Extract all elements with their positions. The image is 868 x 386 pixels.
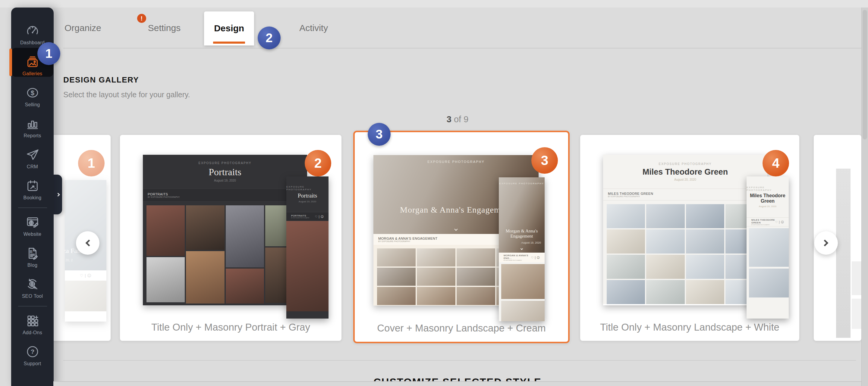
- design-preview-desktop: EXPOSURE PHOTOGRAPHYPortraitsAugust 19, …: [143, 155, 307, 305]
- preview-studio-name: EXPOSURE PHOTOGRAPHY: [659, 162, 712, 166]
- carousel-pager: 3 of 9: [54, 114, 861, 125]
- photo-thumbnail: [457, 248, 495, 267]
- icon-separator: |: [779, 220, 780, 224]
- preview-header: EXPOSURE PHOTOGRAPHYMiles Theodore Green…: [747, 176, 789, 217]
- sidebar-collapse-handle[interactable]: [54, 175, 62, 214]
- tab-settings[interactable]: Settings!: [148, 23, 181, 33]
- window-top-strip: [0, 0, 868, 7]
- chevron-down-icon: [499, 245, 545, 251]
- preview-bar-byline: BY EXPOSURE PHOTOGRAPHY: [291, 217, 310, 219]
- tab-design[interactable]: Design: [204, 11, 254, 45]
- preview-gallery-date: August 19, 2020: [299, 200, 316, 203]
- pager-separator: of: [454, 114, 461, 124]
- browser-globe-icon: [26, 215, 39, 229]
- photo-thumbnail: [686, 255, 724, 279]
- sidebar-item-crm[interactable]: CRM: [11, 143, 54, 174]
- photo-thumbnail: [686, 280, 724, 304]
- sidebar-item-label: CRM: [27, 164, 38, 170]
- preview-gallery-title: Miles Theodore Green: [747, 193, 789, 204]
- sidebar-item-seo-tool[interactable]: SEO Tool: [11, 273, 54, 304]
- photo-column: [607, 204, 645, 301]
- preview-bar-byline: BY EXPOSURE PHOTOGRAPHY: [148, 196, 180, 198]
- preview-gallery-date: August 19, 2020: [499, 241, 545, 244]
- photo-column: [186, 205, 224, 302]
- gallery-tabs: OrganizeSettings!DesignActivity: [54, 7, 861, 48]
- preview-bar-text: PORTRAITSBY EXPOSURE PHOTOGRAPHY: [148, 192, 180, 198]
- preview-bar-title: PORTRAITS: [291, 214, 310, 217]
- sidebar-item-label: Galleries: [23, 71, 42, 76]
- design-preview-mobile: EXPOSURE PHOTOGRAPHYMiles Theodore Green…: [747, 176, 789, 319]
- preview-bar-text: MILES THEODORE GREENBY EXPOSURE PHOTOGRA…: [751, 219, 775, 225]
- preview-bar-byline: BY EXPOSURE PHOTOGRAPHY: [504, 259, 531, 261]
- sidebar-active-indicator: [9, 48, 12, 76]
- sidebar-item-blog[interactable]: BBlog: [11, 242, 54, 273]
- preview-bar-title: PORTRAITS: [148, 192, 180, 196]
- paper-plane-icon: [26, 148, 39, 162]
- sidebar-item-add-ons[interactable]: Add-Ons: [11, 309, 54, 340]
- tab-activity[interactable]: Activity: [299, 23, 328, 33]
- photo-thumbnail: [686, 230, 724, 253]
- tab-label: Design: [214, 23, 244, 33]
- sidebar-item-reports[interactable]: Reports: [11, 112, 54, 143]
- svg-text:?: ?: [30, 348, 34, 355]
- sidebar-item-website[interactable]: Website: [11, 210, 54, 242]
- preview-photo-grid: [603, 201, 767, 304]
- sidebar-item-label: Selling: [25, 102, 40, 107]
- icon-separator: |: [535, 256, 535, 259]
- card-number-badge: 3: [531, 147, 558, 174]
- sidebar-divider: [18, 306, 47, 307]
- preview-bar-text: PORTRAITSBY EXPOSURE PHOTOGRAPHY: [291, 214, 310, 219]
- preview-header: EXPOSURE PHOTOGRAPHYPortraitsAugust 19, …: [143, 155, 307, 188]
- style-card-label: Title Only + Masonry Landscape + White: [580, 322, 799, 333]
- preview-gallery-date: August 20, 2020: [674, 178, 696, 181]
- sidebar-item-label: Add-Ons: [23, 330, 42, 336]
- faded-preview-strip: [836, 169, 850, 338]
- grid-plus-icon: [26, 314, 39, 327]
- photo-thumbnail: [186, 205, 224, 250]
- preview-title-bar: PORTRAITSBY EXPOSURE PHOTOGRAPHY♡ | ☺: [286, 212, 329, 221]
- style-card-3[interactable]: 3EXPOSURE PHOTOGRAPHYMorgan & Anna's Eng…: [353, 131, 569, 343]
- tutorial-step-badge-3: 3: [368, 123, 391, 146]
- sidebar-item-support[interactable]: ?Support: [11, 340, 54, 371]
- style-card-label: Cover + Masonry Landscape + Cream: [355, 322, 568, 334]
- preview-title-bar: MILES THEODORE GREENBY EXPOSURE PHOTOGRA…: [603, 188, 767, 201]
- page-scrollbar[interactable]: [861, 7, 868, 386]
- photo-thumbnail: [501, 264, 545, 299]
- scrollbar-thumb[interactable]: [863, 10, 867, 139]
- photo-thumbnail: [607, 280, 645, 304]
- preview-bar-byline: BY EXPOSURE PHOTOGRAPHY: [751, 224, 775, 225]
- sidebar-item-booking[interactable]: Booking: [11, 174, 54, 205]
- tab-organize[interactable]: Organize: [64, 23, 101, 33]
- preview-bar-text: MORGAN & ANNA'S ENG...BY EXPOSURE PHOTOG…: [504, 254, 531, 261]
- preview-bar-title: MILES THEODORE GREEN: [608, 192, 653, 196]
- tutorial-step-badge-2: 2: [258, 27, 281, 49]
- photo-thumbnail: [377, 248, 415, 267]
- preview-title-bar: MORGAN & ANNA'S ENG...BY EXPOSURE PHOTOG…: [499, 253, 545, 262]
- sidebar-divider: [18, 207, 47, 208]
- svg-text:$: $: [30, 89, 34, 97]
- photo-thumbnail: [607, 204, 645, 228]
- sidebar-item-label: Blog: [27, 262, 37, 268]
- photo-thumbnail: [147, 257, 185, 302]
- photo-thumbnail: [646, 280, 684, 304]
- bar-chart-icon: [26, 117, 39, 131]
- active-tab-underline: [213, 41, 245, 44]
- bottom-panel-edge: [53, 381, 861, 386]
- heart-icon: ♡: [315, 215, 318, 218]
- carousel-next-button[interactable]: [814, 231, 838, 255]
- photo-thumbnail: [607, 255, 645, 279]
- photo-column: [457, 248, 495, 302]
- photo-thumbnail: [186, 251, 224, 304]
- style-card-4[interactable]: 4EXPOSURE PHOTOGRAPHYMiles Theodore Gree…: [580, 135, 799, 341]
- pager-total: 9: [464, 114, 468, 124]
- blog-page-icon: B: [26, 246, 39, 260]
- style-card-2[interactable]: 2EXPOSURE PHOTOGRAPHYPortraitsAugust 19,…: [120, 135, 341, 341]
- photo-thumbnail: [417, 287, 456, 305]
- photo-thumbnail: [377, 268, 415, 286]
- carousel-prev-button[interactable]: [76, 231, 99, 255]
- style-card-label: Title Only + Masonry Portrait + Gray: [120, 322, 341, 333]
- photo-thumbnail: [417, 248, 456, 267]
- sidebar-item-selling[interactable]: $Selling: [11, 81, 54, 112]
- photo-thumbnail: [226, 269, 264, 304]
- preview-bar-icons: ♡ | ☺: [775, 220, 784, 224]
